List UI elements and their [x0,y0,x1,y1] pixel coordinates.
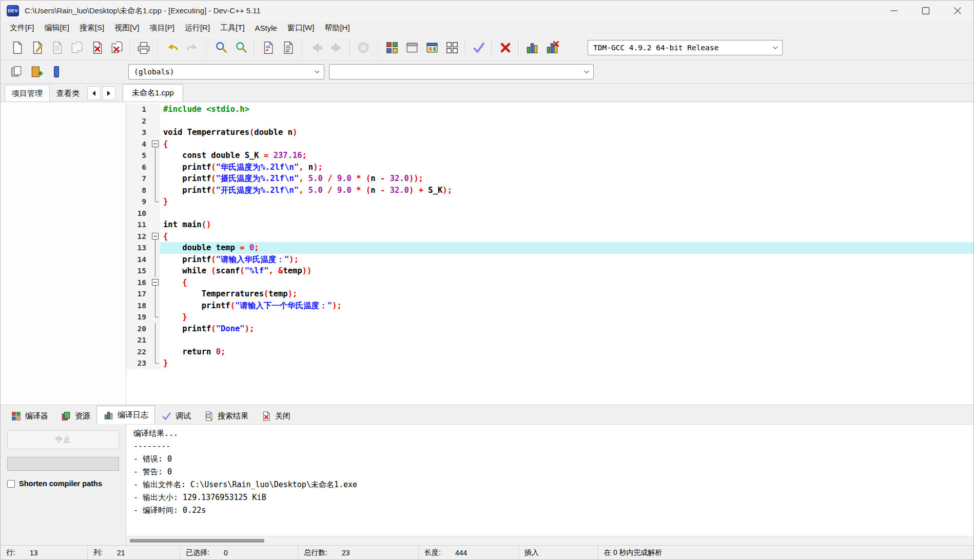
code-line[interactable]: 1#include <stdio.h> [126,104,973,115]
fold-toggle-icon[interactable] [151,138,160,150]
stop-execution-button[interactable] [496,38,515,57]
print-button[interactable] [134,38,153,57]
code-line[interactable]: 20 printf("Done"); [126,323,973,335]
code-line[interactable]: 23} [126,357,973,369]
members-select[interactable] [329,64,594,79]
close-button[interactable] [942,1,973,21]
menu-item[interactable]: 编辑[E] [40,22,74,34]
tab-class-viewer[interactable]: 查看类 [50,86,86,102]
line-number[interactable]: 18 [126,300,151,312]
log-horizontal-scrollbar[interactable] [126,536,973,545]
abort-compile-button[interactable] [354,38,373,57]
line-number[interactable]: 16 [126,277,151,289]
tab-close[interactable]: 关闭 [255,408,297,424]
scope-select[interactable]: (globals) [128,64,324,79]
menu-item[interactable]: 运行[R] [180,22,215,34]
project-manager-panel[interactable] [1,102,126,405]
debug-button[interactable] [469,38,488,57]
tab-resources[interactable]: 资源 [54,408,96,424]
code-editor[interactable]: 1#include <stdio.h>23void Temperratures(… [126,102,973,405]
line-number[interactable]: 23 [126,357,151,369]
replace-all-button[interactable] [278,38,297,57]
line-number[interactable]: 5 [126,150,151,162]
menu-item[interactable]: 工具[T] [215,22,250,34]
find-button[interactable] [211,38,230,57]
code-line[interactable]: 10 [126,208,973,219]
run-button[interactable] [402,38,421,57]
scrollbar-thumb[interactable] [130,539,264,543]
redo-button[interactable] [183,38,202,57]
code-line[interactable]: 16 { [126,277,973,289]
find-in-files-button[interactable] [231,38,250,57]
line-number[interactable]: 14 [126,254,151,266]
line-number[interactable]: 1 [126,104,151,115]
shorten-paths-option[interactable]: Shorten compiler paths [7,479,119,488]
line-number[interactable]: 6 [126,162,151,173]
code-line[interactable]: 11int main() [126,219,973,231]
line-number[interactable]: 9 [126,196,151,208]
line-number[interactable]: 13 [126,242,151,254]
line-number[interactable]: 21 [126,334,151,346]
compiler-select[interactable]: TDM-GCC 4.9.2 64-bit Release [588,40,783,55]
line-number[interactable]: 12 [126,231,151,243]
new-source-button[interactable] [7,38,26,57]
undo-button[interactable] [163,38,182,57]
goto-back-button[interactable] [307,38,326,57]
tab-compile-log[interactable]: 编译日志 [96,406,155,424]
code-line[interactable]: 15 while (scanf("%lf", &temp)) [126,265,973,277]
tab-project-manager[interactable]: 项目管理 [5,85,50,102]
minimize-button[interactable] [878,1,910,21]
insert-snippet-button[interactable] [7,63,26,82]
editor-tab-file[interactable]: 未命名1.cpp [123,84,183,102]
close-button[interactable] [87,38,106,57]
menu-item[interactable]: 帮助[H] [319,22,355,34]
open-button[interactable] [27,38,46,57]
menu-item[interactable]: 搜索[S] [74,22,109,34]
goto-forward-button[interactable] [327,38,346,57]
fold-toggle-icon[interactable] [151,231,160,243]
code-line[interactable]: 22 return 0; [126,346,973,358]
code-line[interactable]: 5 const double S_K = 237.16; [126,150,973,162]
replace-button[interactable] [258,38,277,57]
code-line[interactable]: 14 printf("请输入华氏温度："); [126,254,973,266]
menu-item[interactable]: 文件[F] [5,22,40,34]
tab-search-results[interactable]: 搜索结果 [197,408,255,424]
menu-item[interactable]: AStyle [250,22,282,34]
abort-button[interactable]: 中止 [7,430,119,449]
fold-toggle-icon[interactable] [151,277,160,289]
tab-debug[interactable]: 调试 [155,408,197,424]
toggle-bookmark-button[interactable] [27,63,46,82]
profile-analysis-button[interactable] [522,38,541,57]
line-number[interactable]: 20 [126,323,151,335]
line-number[interactable]: 17 [126,288,151,300]
menu-item[interactable]: 窗口[W] [282,22,320,34]
line-number[interactable]: 3 [126,127,151,138]
code-line[interactable]: 12{ [126,231,973,243]
compile-and-run-button[interactable] [422,38,441,57]
save-all-button[interactable] [67,38,86,57]
tab-scroll-right-button[interactable] [102,86,115,100]
goto-bookmark-button[interactable] [47,63,66,82]
line-number[interactable]: 7 [126,173,151,185]
code-line[interactable]: 18 printf("请输入下一个华氏温度："); [126,300,973,312]
menu-item[interactable]: 视图[V] [109,22,144,34]
menu-item[interactable]: 项目[P] [145,22,180,34]
line-number[interactable]: 15 [126,265,151,277]
maximize-button[interactable] [910,1,942,21]
shorten-paths-checkbox[interactable] [7,480,15,488]
code-line[interactable]: 2 [126,115,973,127]
save-button[interactable] [47,38,66,57]
line-number[interactable]: 22 [126,346,151,358]
compile-button[interactable] [382,38,401,57]
code-line[interactable]: 21 [126,334,973,346]
tab-scroll-left-button[interactable] [87,86,101,100]
line-number[interactable]: 10 [126,208,151,219]
line-number[interactable]: 4 [126,138,151,150]
rebuild-all-button[interactable] [442,38,461,57]
code-line[interactable]: 8 printf("开氏温度为%.2lf\n", 5.0 / 9.0 * (n … [126,185,973,196]
code-line[interactable]: 17 Temperratures(temp); [126,288,973,300]
line-number[interactable]: 2 [126,115,151,127]
tab-compiler[interactable]: 编译器 [5,408,54,424]
line-number[interactable]: 8 [126,185,151,196]
code-line[interactable]: 6 printf("华氏温度为%.2lf\n", n); [126,162,973,173]
